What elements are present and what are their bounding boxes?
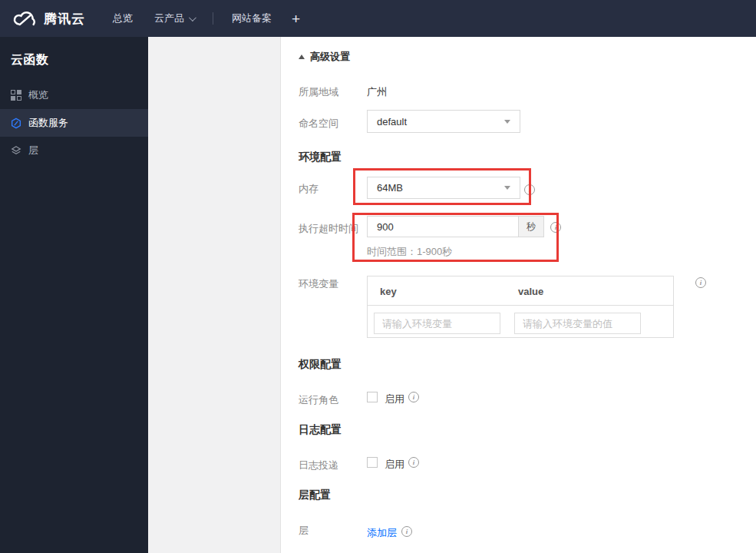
env-vars-table-header: key value bbox=[368, 276, 673, 306]
log-delivery-label: 日志投递 bbox=[299, 459, 338, 472]
role-enable-checkbox[interactable] bbox=[367, 392, 378, 402]
nav-divider bbox=[213, 12, 213, 25]
timeout-hint: 时间范围：1-900秒 bbox=[367, 245, 452, 259]
caret-down-icon bbox=[504, 120, 510, 124]
chevron-down-icon bbox=[189, 14, 196, 22]
memory-info-icon[interactable]: i bbox=[524, 184, 535, 195]
env-key-header: key bbox=[380, 286, 397, 297]
section-env-config: 环境配置 bbox=[299, 151, 342, 164]
sidebar-item-label: 函数服务 bbox=[28, 116, 68, 130]
tencent-cloud-logo-icon bbox=[11, 9, 37, 28]
sidebar-item-label: 层 bbox=[28, 144, 38, 157]
section-layer-config: 层配置 bbox=[299, 488, 331, 502]
namespace-selected-value: default bbox=[377, 116, 407, 127]
nav-item-cloud-products[interactable]: 云产品 bbox=[154, 12, 194, 25]
sidebar: 云函数 概览 函数服务 bbox=[0, 37, 148, 553]
timeout-unit-suffix[interactable]: 秒 bbox=[518, 217, 543, 237]
add-nav-tab-button[interactable]: + bbox=[292, 12, 300, 26]
top-navbar: 腾讯云 总览 云产品 网站备案 + bbox=[0, 0, 756, 37]
secondary-panel bbox=[148, 37, 281, 553]
env-vars-table: key value bbox=[367, 276, 674, 338]
log-enable-label: 启用 bbox=[385, 458, 404, 472]
sidebar-item-function-service[interactable]: 函数服务 bbox=[0, 109, 148, 137]
role-enable-label: 启用 bbox=[385, 392, 404, 406]
settings-form: 高级设置 所属地域 广州 命名空间 default 环境配置 内存 64MB i… bbox=[282, 37, 756, 553]
section-perm-config: 权限配置 bbox=[299, 358, 342, 372]
namespace-select[interactable]: default bbox=[367, 110, 520, 133]
layer-label: 层 bbox=[299, 524, 309, 538]
grid-icon bbox=[11, 90, 21, 101]
timeout-info-icon[interactable]: i bbox=[550, 222, 561, 233]
nav-item-cloud-products-label: 云产品 bbox=[154, 12, 184, 25]
hexagon-function-icon bbox=[11, 118, 21, 128]
log-enable-checkbox[interactable] bbox=[367, 457, 378, 468]
memory-select[interactable]: 64MB bbox=[367, 177, 520, 199]
layers-icon bbox=[11, 145, 21, 156]
caret-down-icon bbox=[504, 186, 510, 190]
collapse-triangle-icon bbox=[299, 55, 305, 59]
env-key-input[interactable] bbox=[374, 313, 500, 334]
env-vars-info-icon[interactable]: i bbox=[695, 277, 706, 288]
memory-selected-value: 64MB bbox=[377, 182, 403, 194]
region-value: 广州 bbox=[367, 85, 387, 99]
add-layer-link[interactable]: 添加层 bbox=[367, 526, 397, 540]
sidebar-title: 云函数 bbox=[0, 37, 148, 68]
namespace-label: 命名空间 bbox=[299, 117, 338, 131]
navbar-menu: 总览 云产品 网站备案 + bbox=[113, 12, 300, 26]
log-info-icon[interactable]: i bbox=[408, 457, 419, 468]
section-log-config: 日志配置 bbox=[299, 423, 342, 437]
advanced-settings-label: 高级设置 bbox=[310, 50, 350, 64]
role-label: 运行角色 bbox=[299, 393, 338, 407]
sidebar-item-label: 概览 bbox=[28, 88, 48, 102]
sidebar-menu: 概览 函数服务 层 bbox=[0, 81, 148, 164]
timeout-input[interactable] bbox=[368, 217, 518, 237]
brand-logo[interactable]: 腾讯云 bbox=[11, 9, 85, 28]
memory-label: 内存 bbox=[299, 182, 319, 196]
region-label: 所属地域 bbox=[299, 85, 338, 99]
sidebar-item-layers[interactable]: 层 bbox=[0, 137, 148, 164]
env-vars-label: 环境变量 bbox=[299, 277, 338, 291]
layer-info-icon[interactable]: i bbox=[401, 526, 412, 537]
env-value-input[interactable] bbox=[514, 313, 641, 334]
brand-name: 腾讯云 bbox=[44, 10, 85, 28]
nav-item-icp[interactable]: 网站备案 bbox=[232, 12, 272, 25]
sidebar-item-overview[interactable]: 概览 bbox=[0, 81, 148, 109]
timeout-label: 执行超时时间 bbox=[299, 222, 358, 236]
advanced-settings-toggle[interactable]: 高级设置 bbox=[299, 50, 350, 64]
env-value-header: value bbox=[518, 286, 543, 297]
nav-item-overview[interactable]: 总览 bbox=[113, 12, 133, 25]
timeout-input-group: 秒 bbox=[367, 216, 544, 237]
role-info-icon[interactable]: i bbox=[408, 392, 419, 402]
